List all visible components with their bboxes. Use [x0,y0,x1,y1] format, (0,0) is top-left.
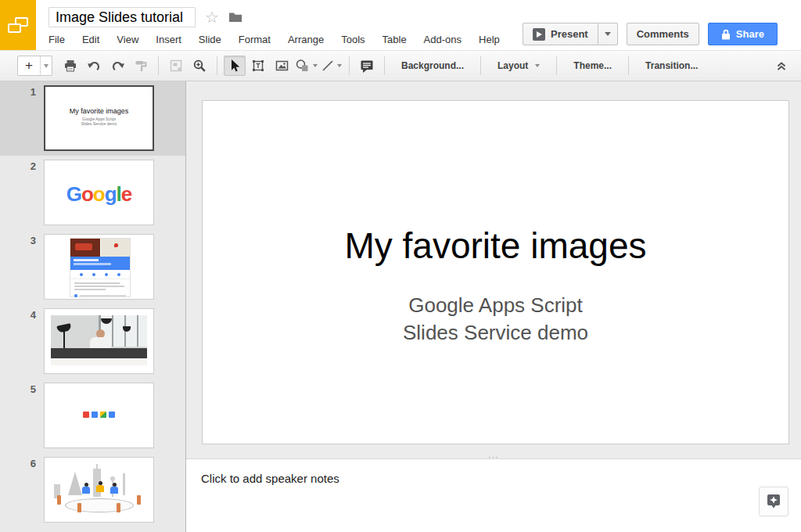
line-dropdown[interactable] [337,64,342,67]
chevron-down-icon [535,64,540,67]
slide-number: 6 [0,453,44,527]
insert-image-button[interactable] [271,56,293,76]
menu-edit[interactable]: Edit [82,34,99,45]
menu-format[interactable]: Format [239,34,271,45]
slide-filmstrip: 1 My favorite images Google Apps ScriptS… [0,81,186,532]
layout-button[interactable]: Layout [487,55,551,77]
slide-title-textbox[interactable]: My favorite images [203,225,788,267]
speaker-notes-input[interactable]: Click to add speaker notes [186,459,801,485]
workspace: My favorite images Google Apps Script Sl… [186,81,801,532]
present-dropdown-button[interactable] [598,23,618,45]
google-slides-app: ☆ File Edit View Insert Slide Format Arr… [0,0,801,532]
slide-thumbnail-2[interactable]: 2 Google [0,156,185,230]
chevron-down-icon [605,32,611,36]
slide-thumbnail-3[interactable]: 3 [0,230,185,304]
slide-subtitle-textbox[interactable]: Google Apps Script Slides Service demo [203,292,788,347]
thumbnail-maps-listing[interactable] [44,234,154,300]
background-button[interactable]: Background... [390,55,475,77]
shape-tool-button[interactable] [294,56,318,76]
slide-number: 2 [0,156,44,230]
zoom-fit-button [165,56,187,76]
slide-number: 4 [0,304,44,379]
menu-tools[interactable]: Tools [341,34,365,45]
present-button[interactable]: Present [523,23,598,45]
undo-button[interactable] [83,56,105,76]
slide-canvas[interactable]: My favorite images Google Apps Script Sl… [202,100,789,444]
header: ☆ File Edit View Insert Slide Format Arr… [0,0,801,50]
play-icon [533,28,545,41]
share-button[interactable]: Share [708,23,778,45]
paint-format-button [130,56,152,76]
speaker-notes-panel: ··· Click to add speaker notes [186,458,801,532]
menu-addons[interactable]: Add-ons [424,34,462,45]
collapse-menus-button[interactable] [770,56,792,76]
slides-logo[interactable] [0,0,36,50]
maps-listing-card [70,238,131,297]
print-button[interactable] [59,56,81,76]
slide-thumbnail-1[interactable]: 1 My favorite images Google Apps ScriptS… [0,81,185,156]
menu-slide[interactable]: Slide [199,34,221,45]
thumbnail-meeting-illustration[interactable] [44,457,154,523]
select-tool-button[interactable] [224,56,246,76]
document-title-input[interactable] [48,7,196,27]
slide-thumbnail-4[interactable]: 4 [0,304,185,379]
slide-thumbnail-5[interactable]: 5 [0,379,185,453]
menu-arrange[interactable]: Arrange [288,34,324,45]
explore-button[interactable] [759,487,788,516]
slide-number: 1 [0,81,44,156]
redo-button[interactable] [106,56,128,76]
menu-insert[interactable]: Insert [156,34,181,45]
text-box-button[interactable] [247,56,269,76]
office-photo [51,315,147,365]
folder-icon[interactable] [228,12,242,23]
menu-view[interactable]: View [117,34,138,45]
notes-resize-handle[interactable]: ··· [483,452,504,462]
star-icon[interactable]: ☆ [205,9,219,25]
line-tool-button[interactable] [320,56,343,76]
shape-dropdown[interactable] [313,64,318,67]
comments-button[interactable]: Comments [627,23,699,45]
thumbnail-title-slide[interactable]: My favorite images Google Apps ScriptSli… [44,85,154,151]
transition-button[interactable]: Transition... [634,55,709,77]
thumbnail-office-photo[interactable] [44,308,154,374]
explore-icon [765,493,782,510]
insert-comment-button[interactable] [356,56,378,76]
slides-logo-icon [8,17,28,33]
menu-table[interactable]: Table [383,34,407,45]
zoom-button[interactable] [189,56,210,76]
header-actions: Present Comments Share [523,23,778,45]
new-slide-dropdown[interactable] [40,56,52,75]
slide-number: 5 [0,379,44,453]
lock-icon [721,29,731,40]
slide-number: 3 [0,230,44,304]
thumbnail-google-logo[interactable]: Google [44,160,154,225]
slide-thumbnail-6[interactable]: 6 [0,453,185,527]
menu-help[interactable]: Help [479,34,500,45]
menu-file[interactable]: File [48,34,65,45]
thumbnail-product-icons[interactable] [44,383,154,448]
new-slide-button[interactable]: + [18,56,40,75]
theme-button[interactable]: Theme... [562,55,623,77]
google-product-icons [45,412,153,418]
google-logo: Google [45,182,153,207]
toolbar: + [0,50,801,81]
